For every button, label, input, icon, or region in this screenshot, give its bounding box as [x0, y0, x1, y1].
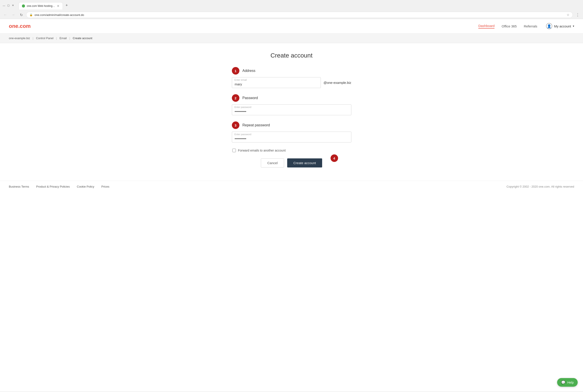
page-title: Create account — [232, 52, 351, 59]
site-logo[interactable]: one.com — [9, 23, 31, 29]
nav-referrals[interactable]: Referrals — [524, 24, 537, 28]
form-step-3: 3 Repeat password Enter password — [232, 122, 351, 142]
step4-badge: 4 — [330, 154, 338, 162]
address-row: Enter email @one-example.biz — [232, 77, 351, 88]
window-controls: — ▢ ✕ — [2, 4, 14, 7]
cancel-button[interactable]: Cancel — [261, 158, 284, 168]
breadcrumb-sep-2: | — [56, 36, 57, 40]
breadcrumb-domain[interactable]: one-example.biz — [9, 36, 30, 40]
footer-link-prices[interactable]: Prices — [101, 185, 109, 188]
logo-text-one: one — [9, 23, 18, 29]
form-step-2: 2 Password Enter password — [232, 94, 351, 115]
footer-link-cookie-policy[interactable]: Cookie Policy — [77, 185, 94, 188]
step2-label: Password — [242, 96, 258, 100]
logo-text-com: com — [20, 23, 30, 29]
chevron-down-icon: ▾ — [573, 24, 574, 28]
breadcrumb-sep-1: | — [32, 36, 33, 40]
account-label: My account — [554, 24, 571, 28]
help-label: Help — [567, 381, 574, 384]
forward-button[interactable]: → — [10, 12, 16, 18]
password-wrap: Enter password — [232, 104, 351, 115]
address-bar: ← → ↻ 🔒 one.com/admin/mail/create-accoun… — [0, 11, 583, 19]
footer-link-business-terms[interactable]: Business Terms — [9, 185, 29, 188]
step1-label: Address — [242, 69, 256, 73]
main-nav: Dashboard Office 365 Referrals — [478, 24, 537, 28]
chat-icon: 💬 — [561, 380, 566, 384]
step2-header: 2 Password — [232, 94, 351, 102]
tab-close-button[interactable]: ✕ — [57, 4, 60, 8]
page-wrapper: one.com Dashboard Office 365 Referrals 👤… — [0, 19, 583, 391]
breadcrumb: one-example.biz | Control Panel | Email … — [0, 34, 583, 43]
maximize-button[interactable]: ▢ — [7, 4, 10, 7]
form-container: Create account 1 Address Enter email @on… — [232, 52, 351, 168]
new-tab-button[interactable]: + — [63, 1, 70, 10]
password-input[interactable] — [232, 104, 351, 115]
footer-link-privacy-policies[interactable]: Product & Privacy Policies — [36, 185, 70, 188]
tab-favicon — [22, 4, 25, 8]
forward-checkbox[interactable] — [232, 149, 236, 152]
site-header: one.com Dashboard Office 365 Referrals 👤… — [0, 19, 583, 34]
main-content: Create account 1 Address Enter email @on… — [0, 43, 583, 181]
step1-header: 1 Address — [232, 67, 351, 74]
breadcrumb-sep-3: | — [69, 36, 70, 40]
step3-header: 3 Repeat password — [232, 122, 351, 129]
create-account-button[interactable]: Create account — [287, 158, 322, 168]
browser-menu-button[interactable]: ⋮ — [574, 12, 581, 18]
breadcrumb-control-panel[interactable]: Control Panel — [36, 36, 54, 40]
account-area[interactable]: 👤 My account ▾ — [546, 23, 574, 29]
tab-title: one.com Web hosting - Domain — [27, 4, 55, 8]
domain-suffix: @one-example.biz — [324, 81, 351, 84]
repeat-password-input[interactable] — [232, 132, 351, 142]
email-input[interactable] — [232, 77, 321, 88]
action-row: 4 Cancel Create account — [232, 158, 351, 168]
repeat-password-wrap: Enter password — [232, 132, 351, 142]
breadcrumb-email[interactable]: Email — [60, 36, 67, 40]
nav-dashboard[interactable]: Dashboard — [478, 24, 494, 28]
refresh-button[interactable]: ↻ — [18, 12, 24, 18]
site-footer: Business Terms Product & Privacy Policie… — [0, 181, 583, 192]
form-step-1: 1 Address Enter email @one-example.biz — [232, 67, 351, 88]
back-button[interactable]: ← — [2, 12, 8, 18]
forward-row: Forward emails to another account — [232, 149, 351, 152]
secure-lock-icon: 🔒 — [30, 13, 33, 16]
browser-titlebar: — ▢ ✕ one.com Web hosting - Domain ✕ + — [0, 0, 583, 11]
step3-badge: 3 — [232, 122, 240, 129]
step2-badge: 2 — [232, 94, 240, 102]
footer-copyright: Copyright © 2002 - 2020 one.com. All rig… — [506, 185, 574, 188]
bookmark-star-icon[interactable]: ☆ — [567, 13, 570, 16]
tab-bar: one.com Web hosting - Domain ✕ + — [16, 1, 72, 10]
forward-label: Forward emails to another account — [238, 149, 286, 152]
minimize-button[interactable]: — — [2, 4, 6, 7]
nav-office365[interactable]: Office 365 — [502, 24, 516, 28]
breadcrumb-create-account: Create account — [73, 36, 92, 40]
step1-badge: 1 — [232, 67, 240, 74]
help-button[interactable]: 💬 Help — [557, 378, 578, 387]
browser-chrome: — ▢ ✕ one.com Web hosting - Domain ✕ + ←… — [0, 0, 583, 19]
email-input-wrap: Enter email — [232, 77, 321, 88]
account-icon: 👤 — [546, 23, 552, 29]
active-tab[interactable]: one.com Web hosting - Domain ✕ — [18, 2, 63, 10]
step3-label: Repeat password — [242, 123, 270, 127]
url-bar[interactable]: 🔒 one.com/admin/mail/create-account.do ☆ — [26, 12, 573, 18]
close-button[interactable]: ✕ — [11, 4, 14, 7]
url-text[interactable]: one.com/admin/mail/create-account.do — [34, 13, 565, 16]
